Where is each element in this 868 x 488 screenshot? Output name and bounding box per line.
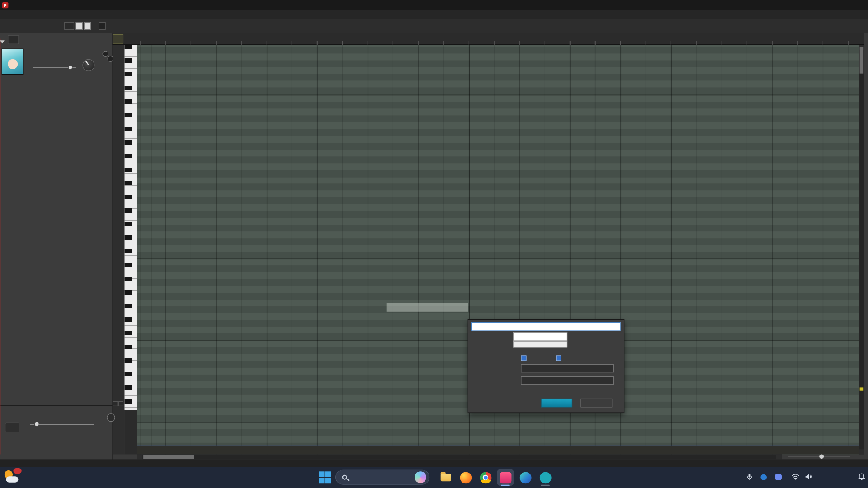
ruler-ticks [137,41,859,45]
cancel-button[interactable] [581,399,613,408]
ok-button[interactable] [541,399,572,408]
grid-toggle-button[interactable] [64,22,74,29]
ime-suggestion-hint [513,341,567,348]
notification-badge [13,468,21,474]
search-icon [342,475,347,480]
lane-divider [0,405,113,406]
copilot-icon[interactable] [415,471,426,483]
solo-button[interactable] [103,51,108,57]
quantize-dropdown[interactable] [84,22,91,29]
keyboard-gutter [113,45,125,454]
edge-icon[interactable] [517,469,534,486]
parameter-reset-button[interactable] [107,413,115,422]
taskbar-search[interactable] [335,470,429,485]
parameter-slider-thumb[interactable] [34,422,39,427]
sokuon-checkbox[interactable] [521,355,526,361]
horizontal-scrollbar[interactable] [137,454,782,459]
add-track-button[interactable] [8,35,19,44]
firefox-icon[interactable] [457,469,474,486]
gutter-zoom-down [118,401,123,406]
scroll-down-icon[interactable] [859,449,864,454]
chat-app-icon[interactable] [775,474,782,480]
mute-button[interactable] [108,56,113,62]
taskbar [0,467,868,488]
keyboard-tail [125,410,137,455]
meter-tempo-button[interactable] [113,34,123,44]
vertical-scroll-thumb[interactable] [860,47,864,74]
active-app-indicator [501,485,510,486]
audio-app-icon[interactable] [537,469,554,486]
detail-settings-toggle[interactable] [472,347,474,352]
volume-icon[interactable] [805,474,812,479]
chrome-icon[interactable] [477,469,494,486]
music-app-icon[interactable] [497,469,514,486]
wifi-icon[interactable] [792,474,799,479]
lane-collapse-button[interactable] [5,423,19,432]
tray-app-icon[interactable] [760,474,766,480]
parameter-slider[interactable] [30,424,94,425]
track-panel [0,33,113,467]
scroll-left-icon[interactable] [137,454,142,459]
maximize-button[interactable] [830,0,849,10]
piapro-logo [15,21,19,31]
pan-knob[interactable] [82,59,94,71]
piano-keyboard[interactable] [125,45,137,410]
singer-avatar[interactable] [2,49,24,75]
main-toolbar [0,19,868,33]
menu-bar [0,10,868,19]
lyric-input[interactable] [471,322,621,331]
vertical-scrollbar[interactable] [859,45,864,454]
app-icon: P [2,2,8,8]
volume-slider-thumb[interactable] [68,65,73,70]
gutter-zoom-up [113,401,118,406]
horizontal-scroll-thumb[interactable] [143,455,194,459]
roll-bottom-strip [137,446,859,454]
close-button[interactable] [849,0,868,10]
grid-size-dropdown[interactable] [76,22,83,29]
notelen-dropdown[interactable] [521,376,614,385]
leftover-dropdown[interactable] [521,364,614,372]
microphone-icon[interactable] [746,473,753,481]
running-app-indicator [541,485,550,486]
zoom-slider-thumb[interactable] [819,454,824,459]
piapro-studio-window: P [0,0,868,488]
bottom-strip [0,459,868,467]
notification-bell-icon[interactable] [858,473,865,480]
scroll-right-icon[interactable] [776,454,782,459]
playhead-marker[interactable] [0,40,5,46]
cloud-icon [6,476,18,482]
title-bar: P [0,0,868,10]
minimize-button[interactable] [811,0,830,10]
chouon-checkbox[interactable] [556,355,561,361]
auto-button[interactable] [99,22,106,29]
start-button[interactable] [319,471,331,483]
scroll-position-marker [860,387,864,390]
file-explorer-icon[interactable] [437,469,454,486]
ime-suggestion[interactable] [513,332,567,341]
search-input[interactable] [351,474,404,480]
playhead [0,39,0,455]
